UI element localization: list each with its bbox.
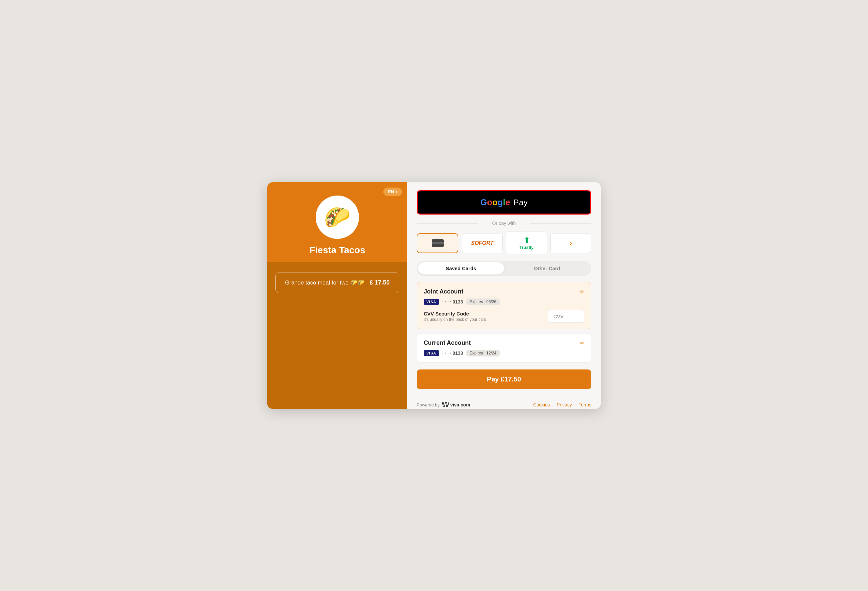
language-label: EN bbox=[388, 189, 394, 194]
card-current-edit-icon[interactable]: ✏ bbox=[580, 340, 585, 346]
card-current-meta: VISA · · · · 0133 Expires 12/24 bbox=[424, 350, 585, 357]
card-current-number: · · · · 0133 bbox=[442, 351, 463, 356]
footer-links: Cookies Privacy Terms bbox=[533, 402, 591, 407]
expires-label-2: Expires bbox=[469, 351, 483, 355]
pay-button[interactable]: Pay £17.50 bbox=[417, 370, 591, 389]
google-pay-button[interactable]: Google Pay bbox=[417, 190, 591, 215]
card-joint-visa-badge: VISA bbox=[424, 299, 439, 305]
expiry-date: 06/26 bbox=[486, 299, 496, 304]
viva-w-icon: 𝕎 bbox=[442, 401, 449, 409]
tab-saved-cards[interactable]: Saved Cards bbox=[418, 262, 504, 274]
google-g-icon: Google bbox=[480, 197, 510, 208]
order-label: Grande taco meal for two 🌮🌮 bbox=[285, 279, 364, 286]
card-icon bbox=[432, 239, 444, 247]
merchant-name: Fiesta Tacos bbox=[309, 245, 365, 255]
saved-card-current[interactable]: Current Account ✏ VISA · · · · 0133 Expi… bbox=[417, 333, 591, 363]
more-methods-icon: › bbox=[570, 239, 572, 248]
card-current-expiry: Expires 12/24 bbox=[466, 350, 500, 357]
language-selector[interactable]: EN ▾ bbox=[383, 187, 402, 196]
merchant-logo: 🌮 bbox=[316, 196, 359, 239]
card-current-visa-badge: VISA bbox=[424, 350, 439, 356]
card-joint-expiry: Expires 06/26 bbox=[466, 299, 500, 305]
cvv-label: CVV Security Code bbox=[424, 311, 487, 317]
cvv-input[interactable] bbox=[548, 310, 585, 323]
tab-other-card[interactable]: Other Card bbox=[504, 262, 590, 274]
order-section: Grande taco meal for two 🌮🌮 £ 17.50 bbox=[267, 262, 407, 409]
viva-logo: 𝕎 viva.com bbox=[442, 401, 470, 409]
card-tabs: Saved Cards Other Card bbox=[417, 261, 591, 276]
trustly-logo: ⬆ Trustly bbox=[519, 236, 534, 250]
footer-link-cookies[interactable]: Cookies bbox=[533, 402, 550, 407]
footer-link-privacy[interactable]: Privacy bbox=[557, 402, 572, 407]
powered-by: Powered by 𝕎 viva.com bbox=[417, 401, 470, 409]
or-pay-with-label: Or pay with bbox=[417, 221, 591, 226]
order-card: Grande taco meal for two 🌮🌮 £ 17.50 bbox=[275, 272, 399, 293]
card-joint-number: · · · · 0133 bbox=[442, 299, 463, 305]
viva-brand-name: viva.com bbox=[450, 402, 470, 407]
card-joint-meta: VISA · · · · 0133 Expires 06/26 bbox=[424, 299, 585, 305]
payment-method-more[interactable]: › bbox=[550, 233, 591, 253]
order-price: £ 17.50 bbox=[370, 279, 390, 286]
card-current-name: Current Account bbox=[424, 339, 471, 346]
sofort-label: SOFORT bbox=[471, 240, 494, 246]
footer: Powered by 𝕎 viva.com Cookies Privacy Te… bbox=[417, 396, 591, 409]
payment-methods-row: SOFORT ⬆ Trustly › bbox=[417, 231, 591, 255]
expires-label: Expires bbox=[469, 299, 483, 304]
saved-card-joint[interactable]: Joint Account ✏ VISA · · · · 0133 Expire… bbox=[417, 282, 591, 329]
payment-method-sofort[interactable]: SOFORT bbox=[462, 233, 503, 253]
payment-method-card[interactable] bbox=[417, 233, 458, 253]
cvv-section: CVV Security Code It's usually on the ba… bbox=[424, 310, 585, 323]
card-joint-name: Joint Account bbox=[424, 288, 464, 295]
payment-method-trustly[interactable]: ⬆ Trustly bbox=[506, 231, 547, 255]
card-joint-header: Joint Account ✏ bbox=[424, 288, 585, 295]
expiry-date-2: 12/24 bbox=[486, 351, 496, 355]
chevron-down-icon: ▾ bbox=[396, 190, 397, 193]
merchant-emoji: 🌮 bbox=[324, 206, 351, 228]
footer-link-terms[interactable]: Terms bbox=[579, 402, 591, 407]
card-current-header: Current Account ✏ bbox=[424, 339, 585, 346]
card-joint-edit-icon[interactable]: ✏ bbox=[580, 289, 585, 295]
gpay-pay-label: Pay bbox=[513, 198, 528, 207]
powered-by-label: Powered by bbox=[417, 402, 440, 407]
cvv-sublabel: It's usually on the back of your card. bbox=[424, 317, 487, 322]
